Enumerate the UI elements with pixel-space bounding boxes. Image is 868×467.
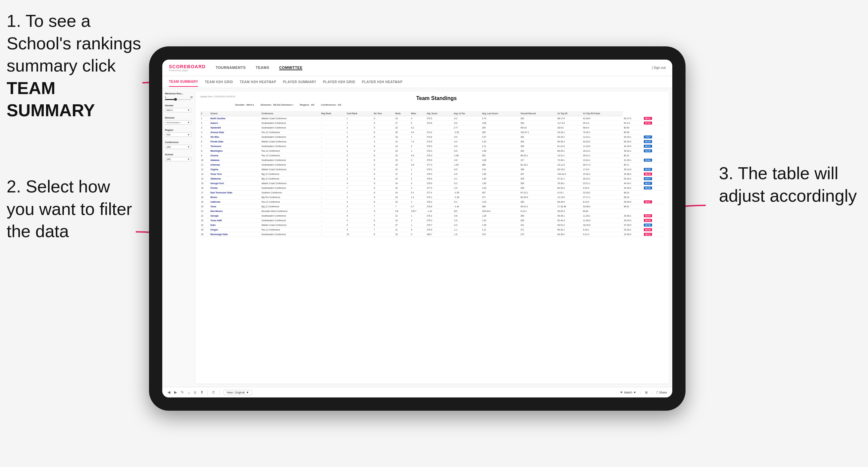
table-cell: 61-21-0 [556,144,582,149]
table-cell: 1.39 [481,223,519,227]
nav-item-tournaments[interactable]: TOURNAMENTS [216,66,246,70]
table-cell: 7 [395,204,410,209]
table-cell: 271 [481,195,519,200]
slider-fill [165,99,175,100]
filter-gender: Gender Men's ▼ [165,104,193,112]
chevron-down-icon-4: ▼ [187,146,190,148]
table-cell: 258 [520,186,556,190]
home-icon[interactable]: ⌂ [188,391,190,395]
filter-division-control[interactable]: NCAA Division I ▼ [165,120,191,125]
table-cell: 1 [410,223,426,227]
chevron-down-icon: ▼ [187,109,190,111]
watch-chevron: ▼ [633,391,636,394]
table-cell: Illinois [209,195,260,200]
score-badge: 88.38 [644,228,652,231]
table-cell: Atlantic Coast Conference [260,223,320,227]
grid-icon[interactable]: ⊞ [645,391,648,394]
reload-icon[interactable]: ↻ [181,390,184,395]
table-cell: 10 [200,158,209,163]
filter-min-rounds: Minimum Rou... 4 30 [165,92,193,100]
table-cell: 24 [395,163,410,167]
view-original-button[interactable]: View: Original ▼ [223,390,252,395]
table-cell: 18 [200,195,209,200]
back-icon[interactable]: ◀ [167,390,170,395]
table-row: 22GeorgiaSoutheastern Conference-8721127… [200,214,664,218]
table-cell: -3.5 [453,172,481,177]
table-cell: Southeastern Conference [260,163,320,167]
table-cell: 79.27 [643,135,664,139]
table-cell: 88.42 [643,218,664,223]
table-cell: Tennessee [209,144,260,149]
table-cell: 279.1 [426,195,453,200]
table-cell: 9 [373,209,395,214]
table-cell: -1.98 [453,153,481,158]
tablet-device: SCOREBOARD Powered by clippd TOURNAMENTS… [149,46,685,411]
sub-nav-team-h2h-heatmap[interactable]: TEAM H2H HEATMAP [240,77,277,87]
table-cell: - [320,153,346,158]
score-badge: 80.21 [644,145,652,148]
instruction-step3: 3. The table will adjust accordingly [719,162,858,207]
conference-filter-display: Conference: All [321,103,341,106]
clock-icon[interactable]: ⏱ [212,391,215,395]
table-cell: 2 [346,153,373,158]
table-cell: 24 [395,181,410,186]
table-cell: 29-20-3 [556,209,582,214]
score-badge: 89.11 [644,117,652,120]
toolbar-sep2: | [652,391,652,394]
table-cell: 86.98 [643,223,664,227]
sub-nav-team-summary[interactable]: TEAM SUMMARY [169,77,198,87]
slider-handle[interactable] [174,98,177,101]
table-cell: 80.58 [623,130,643,135]
nav-item-committee[interactable]: COMMITTEE [279,66,303,70]
table-cell: 83.49 [643,149,664,153]
forward-icon[interactable]: ▶ [174,390,177,395]
slider-max: 30 [190,96,193,98]
score-badge: 80.47 [644,182,652,185]
chevron-icon: ▼ [246,391,249,394]
table-cell: Oklahoma [209,177,260,181]
nav-item-teams[interactable]: TEAMS [256,66,269,70]
filter-region-control[interactable]: N/A ▼ [165,132,191,137]
table-cell: - [320,177,346,181]
table-cell: 23 [395,158,410,163]
table-cell: -4.4 [453,139,481,144]
table-cell: 1.4 [410,195,426,200]
table-cell: 23-21-1 [582,181,623,186]
watch-button[interactable]: 👁 Watch ▼ [620,391,636,394]
conference-label: Conference: [321,103,337,106]
filter-school-control[interactable]: (All) ▼ [165,157,191,161]
table-cell: 4 [410,181,426,186]
table-cell: 4 [346,181,373,186]
table-cell: 95-29-2 [556,139,582,144]
score-badge: 86.98 [644,224,652,226]
table-cell: 15 [200,181,209,186]
sub-nav-player-h2h-heatmap[interactable]: PLAYER H2H HEATMAP [362,77,403,87]
slider-container[interactable]: 4 30 [165,96,193,100]
share-icon-small[interactable]: ⬆ [200,390,203,395]
table-cell: 88.54 [643,214,664,218]
sub-nav-player-summary[interactable]: PLAYER SUMMARY [283,77,316,87]
sign-out-button[interactable]: | Sign out [652,66,665,69]
table-cell: 217 [520,158,556,163]
table-cell: 277.5 [426,186,453,190]
table-cell: 273.6 [426,121,453,126]
copy-icon[interactable]: ⎘ [194,391,196,395]
table-cell: - [320,204,346,209]
table-cell: 0 [410,232,426,237]
table-cell: 1.30 [481,218,519,223]
filter-gender-control[interactable]: Men's ▼ [165,108,191,112]
table-cell: 23 [395,116,410,121]
share-button[interactable]: ⤴ Share [656,391,667,394]
table-row: 23Texas A&MSoutheastern Conference-48102… [200,218,664,223]
table-cell: 260 [520,200,556,204]
table-cell: 2.11 [481,144,519,149]
sub-nav-player-h2h-grid[interactable]: PLAYER H2H GRID [323,77,355,87]
table-cell: 8 [373,149,395,153]
table-cell: 80.52 [643,167,664,172]
table-cell: 13-24-1 [582,158,623,163]
gender-filter-display: Gender: Men's [235,103,254,106]
filter-conference-control[interactable]: (All) ▼ [165,145,191,149]
sub-nav-team-h2h-grid[interactable]: TEAM H2H GRID [205,77,233,87]
division-label: Division: [260,103,272,106]
col-adj-score: Adj. Score [426,111,453,116]
